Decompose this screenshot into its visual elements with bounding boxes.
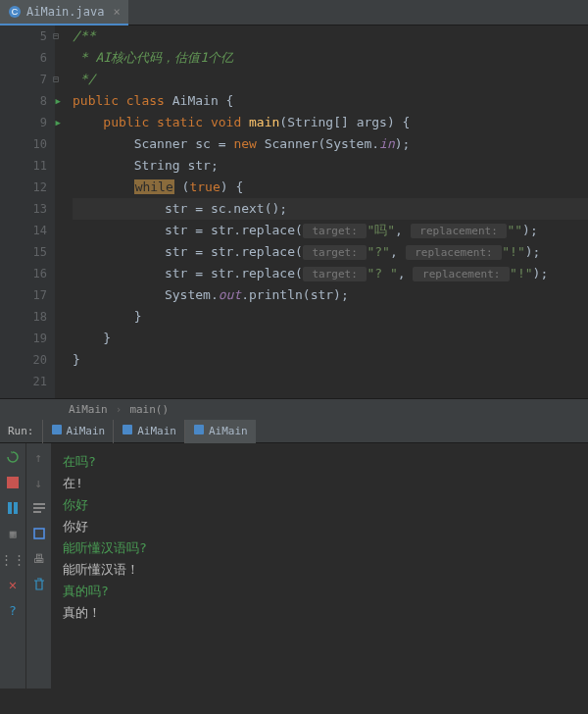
- svg-rect-6: [8, 502, 12, 514]
- code-editor[interactable]: 5⊟ 6 7⊟ 8▶ 9▶ 10 11 12 13 14 15 16 17 18…: [0, 26, 588, 398]
- trash-icon[interactable]: [31, 577, 47, 592]
- svg-rect-9: [33, 507, 45, 509]
- svg-rect-3: [122, 425, 132, 434]
- fold-icon[interactable]: ⊟: [53, 69, 59, 90]
- svg-rect-11: [34, 529, 44, 538]
- chevron-right-icon: ›: [116, 403, 122, 416]
- app-icon: [193, 424, 205, 438]
- print-icon[interactable]: 🖶: [31, 551, 47, 567]
- pause-icon[interactable]: [5, 500, 21, 516]
- code-area[interactable]: /** * AI核心代码，估值1个亿 */ public class AiMai…: [55, 26, 588, 398]
- rerun-icon[interactable]: [5, 449, 21, 465]
- run-panel: Run: AiMain AiMain AiMain ▦ ⋮⋮ ✕ ? ↑ ↓: [0, 420, 588, 688]
- editor-tab-bar: C AiMain.java ×: [0, 0, 588, 26]
- help-icon[interactable]: ?: [5, 602, 21, 618]
- scroll-icon[interactable]: [31, 526, 47, 541]
- close-icon[interactable]: ×: [113, 5, 120, 19]
- fold-icon[interactable]: ⊟: [53, 26, 59, 47]
- console-input-line: 在吗?: [63, 451, 576, 473]
- console-output[interactable]: 在吗? 在! 你好 你好 能听懂汉语吗? 能听懂汉语！ 真的吗? 真的！: [51, 443, 588, 688]
- line-gutter: 5⊟ 6 7⊟ 8▶ 9▶ 10 11 12 13 14 15 16 17 18…: [0, 26, 55, 398]
- svg-rect-5: [7, 477, 19, 488]
- tab-filename: AiMain.java: [26, 5, 104, 19]
- console-output-line: 真的！: [63, 602, 576, 624]
- run-header: Run: AiMain AiMain AiMain: [0, 420, 588, 443]
- wrap-icon[interactable]: [31, 500, 47, 516]
- run-tab[interactable]: AiMain: [113, 420, 184, 443]
- run-gutter-icon[interactable]: ▶: [56, 112, 61, 133]
- stop-icon[interactable]: [5, 475, 21, 490]
- close-icon[interactable]: ✕: [5, 577, 21, 592]
- svg-rect-8: [33, 503, 45, 505]
- run-gutter-icon[interactable]: ▶: [56, 90, 61, 112]
- breadcrumb-method[interactable]: main(): [129, 403, 169, 416]
- run-label: Run:: [0, 425, 42, 437]
- breadcrumb-class[interactable]: AiMain: [69, 403, 108, 416]
- console-output-line: 在!: [63, 473, 576, 494]
- run-toolbar-secondary: ↑ ↓ 🖶: [25, 443, 51, 688]
- run-tab-active[interactable]: AiMain: [184, 420, 256, 443]
- svg-text:C: C: [12, 7, 19, 17]
- java-class-icon: C: [8, 5, 22, 19]
- run-tab[interactable]: AiMain: [42, 420, 114, 443]
- svg-rect-4: [194, 425, 204, 434]
- down-icon[interactable]: ↓: [31, 475, 47, 490]
- svg-rect-7: [14, 502, 18, 514]
- breadcrumb: AiMain › main(): [0, 398, 588, 420]
- app-icon: [51, 424, 63, 438]
- svg-rect-2: [52, 425, 62, 434]
- console-input-line: 能听懂汉语吗?: [63, 537, 576, 559]
- console-output-line: 你好: [63, 516, 576, 537]
- dump-icon[interactable]: ▦: [5, 526, 21, 541]
- layout-icon[interactable]: ⋮⋮: [5, 551, 21, 567]
- file-tab[interactable]: C AiMain.java ×: [0, 0, 128, 26]
- console-input-line: 真的吗?: [63, 581, 576, 602]
- console-input-line: 你好: [63, 494, 576, 516]
- console-output-line: 能听懂汉语！: [63, 559, 576, 581]
- up-icon[interactable]: ↑: [31, 449, 47, 465]
- run-toolbar-primary: ▦ ⋮⋮ ✕ ?: [0, 443, 25, 688]
- app-icon: [122, 424, 133, 438]
- svg-rect-10: [33, 511, 41, 513]
